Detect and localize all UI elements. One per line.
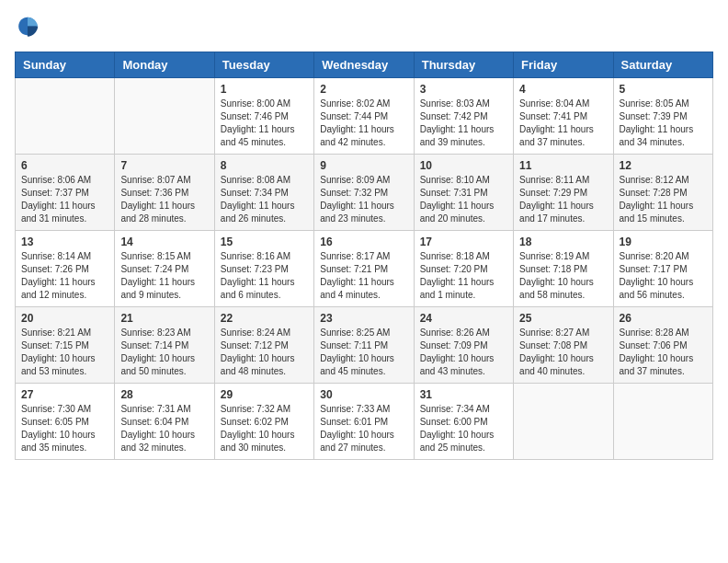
- table-row: 19Sunrise: 8:20 AMSunset: 7:17 PMDayligh…: [613, 231, 712, 307]
- table-row: 6Sunrise: 8:06 AMSunset: 7:37 PMDaylight…: [16, 155, 115, 231]
- calendar-week-row: 6Sunrise: 8:06 AMSunset: 7:37 PMDaylight…: [16, 155, 713, 231]
- day-info: Sunrise: 8:27 AMSunset: 7:08 PMDaylight:…: [519, 327, 607, 378]
- day-number: 3: [420, 83, 507, 96]
- day-info: Sunrise: 8:21 AMSunset: 7:15 PMDaylight:…: [21, 327, 108, 378]
- day-info: Sunrise: 8:09 AMSunset: 7:32 PMDaylight:…: [320, 174, 407, 225]
- table-row: 25Sunrise: 8:27 AMSunset: 7:08 PMDayligh…: [514, 307, 613, 384]
- day-number: 24: [420, 312, 507, 325]
- day-number: 10: [420, 159, 507, 172]
- table-row: 13Sunrise: 8:14 AMSunset: 7:26 PMDayligh…: [16, 231, 115, 307]
- table-row: [16, 78, 115, 155]
- day-number: 1: [221, 83, 308, 96]
- day-info: Sunrise: 8:20 AMSunset: 7:17 PMDaylight:…: [620, 250, 707, 302]
- day-info: Sunrise: 8:05 AMSunset: 7:39 PMDaylight:…: [620, 98, 707, 149]
- day-info: Sunrise: 7:33 AMSunset: 6:01 PMDaylight:…: [320, 403, 407, 454]
- day-number: 30: [320, 388, 407, 401]
- day-info: Sunrise: 8:15 AMSunset: 7:24 PMDaylight:…: [120, 250, 208, 302]
- day-number: 20: [21, 312, 108, 325]
- day-info: Sunrise: 8:25 AMSunset: 7:11 PMDaylight:…: [320, 327, 407, 378]
- day-number: 28: [120, 388, 208, 401]
- table-row: 1Sunrise: 8:00 AMSunset: 7:46 PMDaylight…: [214, 78, 313, 155]
- day-info: Sunrise: 8:14 AMSunset: 7:26 PMDaylight:…: [21, 250, 108, 302]
- day-info: Sunrise: 8:19 AMSunset: 7:18 PMDaylight:…: [519, 250, 607, 302]
- table-row: 27Sunrise: 7:30 AMSunset: 6:05 PMDayligh…: [16, 384, 115, 460]
- day-number: 8: [221, 159, 308, 172]
- day-info: Sunrise: 8:26 AMSunset: 7:09 PMDaylight:…: [420, 327, 507, 378]
- table-row: 5Sunrise: 8:05 AMSunset: 7:39 PMDaylight…: [613, 78, 712, 155]
- table-row: 29Sunrise: 7:32 AMSunset: 6:02 PMDayligh…: [214, 384, 313, 460]
- table-row: 8Sunrise: 8:08 AMSunset: 7:34 PMDaylight…: [214, 155, 313, 231]
- header-friday: Friday: [514, 52, 613, 78]
- day-info: Sunrise: 8:04 AMSunset: 7:41 PMDaylight:…: [519, 98, 607, 149]
- table-row: 23Sunrise: 8:25 AMSunset: 7:11 PMDayligh…: [314, 307, 414, 384]
- weekday-header-row: Sunday Monday Tuesday Wednesday Thursday…: [16, 52, 713, 78]
- day-info: Sunrise: 8:11 AMSunset: 7:29 PMDaylight:…: [519, 174, 607, 225]
- table-row: 14Sunrise: 8:15 AMSunset: 7:24 PMDayligh…: [115, 231, 214, 307]
- day-number: 6: [21, 159, 108, 172]
- table-row: 24Sunrise: 8:26 AMSunset: 7:09 PMDayligh…: [414, 307, 513, 384]
- table-row: 10Sunrise: 8:10 AMSunset: 7:31 PMDayligh…: [414, 155, 513, 231]
- table-row: 7Sunrise: 8:07 AMSunset: 7:36 PMDaylight…: [115, 155, 214, 231]
- day-info: Sunrise: 8:16 AMSunset: 7:23 PMDaylight:…: [221, 250, 308, 302]
- day-number: 27: [21, 388, 108, 401]
- day-number: 16: [320, 236, 407, 248]
- table-row: [514, 384, 613, 460]
- day-info: Sunrise: 8:23 AMSunset: 7:14 PMDaylight:…: [120, 327, 208, 378]
- table-row: 18Sunrise: 8:19 AMSunset: 7:18 PMDayligh…: [514, 231, 613, 307]
- calendar-week-row: 20Sunrise: 8:21 AMSunset: 7:15 PMDayligh…: [16, 307, 713, 384]
- table-row: [115, 78, 214, 155]
- day-info: Sunrise: 8:24 AMSunset: 7:12 PMDaylight:…: [221, 327, 308, 378]
- day-number: 5: [620, 83, 707, 96]
- table-row: 12Sunrise: 8:12 AMSunset: 7:28 PMDayligh…: [613, 155, 712, 231]
- calendar-week-row: 27Sunrise: 7:30 AMSunset: 6:05 PMDayligh…: [16, 384, 713, 460]
- table-row: 28Sunrise: 7:31 AMSunset: 6:04 PMDayligh…: [115, 384, 214, 460]
- day-info: Sunrise: 7:32 AMSunset: 6:02 PMDaylight:…: [221, 403, 308, 454]
- calendar-week-row: 13Sunrise: 8:14 AMSunset: 7:26 PMDayligh…: [16, 231, 713, 307]
- day-info: Sunrise: 7:34 AMSunset: 6:00 PMDaylight:…: [420, 403, 507, 454]
- page-header: [15, 15, 713, 40]
- table-row: 17Sunrise: 8:18 AMSunset: 7:20 PMDayligh…: [414, 231, 513, 307]
- day-number: 31: [420, 388, 507, 401]
- table-row: 16Sunrise: 8:17 AMSunset: 7:21 PMDayligh…: [314, 231, 414, 307]
- header-thursday: Thursday: [414, 52, 513, 78]
- day-number: 4: [519, 83, 607, 96]
- day-number: 18: [519, 236, 607, 248]
- day-info: Sunrise: 8:28 AMSunset: 7:06 PMDaylight:…: [620, 327, 707, 378]
- calendar-table: Sunday Monday Tuesday Wednesday Thursday…: [15, 52, 713, 460]
- day-number: 21: [120, 312, 208, 325]
- day-number: 15: [221, 236, 308, 248]
- table-row: 26Sunrise: 8:28 AMSunset: 7:06 PMDayligh…: [613, 307, 712, 384]
- day-info: Sunrise: 7:31 AMSunset: 6:04 PMDaylight:…: [120, 403, 208, 454]
- table-row: 4Sunrise: 8:04 AMSunset: 7:41 PMDaylight…: [514, 78, 613, 155]
- header-sunday: Sunday: [16, 52, 115, 78]
- table-row: 30Sunrise: 7:33 AMSunset: 6:01 PMDayligh…: [314, 384, 414, 460]
- day-number: 12: [620, 159, 707, 172]
- day-number: 13: [21, 236, 108, 248]
- table-row: 20Sunrise: 8:21 AMSunset: 7:15 PMDayligh…: [16, 307, 115, 384]
- day-info: Sunrise: 8:10 AMSunset: 7:31 PMDaylight:…: [420, 174, 507, 225]
- table-row: 9Sunrise: 8:09 AMSunset: 7:32 PMDaylight…: [314, 155, 414, 231]
- table-row: 22Sunrise: 8:24 AMSunset: 7:12 PMDayligh…: [214, 307, 313, 384]
- day-number: 29: [221, 388, 308, 401]
- day-number: 14: [120, 236, 208, 248]
- day-info: Sunrise: 8:12 AMSunset: 7:28 PMDaylight:…: [620, 174, 707, 225]
- header-wednesday: Wednesday: [314, 52, 414, 78]
- day-info: Sunrise: 8:07 AMSunset: 7:36 PMDaylight:…: [120, 174, 208, 225]
- day-info: Sunrise: 8:03 AMSunset: 7:42 PMDaylight:…: [420, 98, 507, 149]
- day-info: Sunrise: 8:18 AMSunset: 7:20 PMDaylight:…: [420, 250, 507, 302]
- day-number: 7: [120, 159, 208, 172]
- calendar-week-row: 1Sunrise: 8:00 AMSunset: 7:46 PMDaylight…: [16, 78, 713, 155]
- day-number: 22: [221, 312, 308, 325]
- logo-icon: [15, 15, 40, 40]
- day-number: 19: [620, 236, 707, 248]
- day-number: 9: [320, 159, 407, 172]
- table-row: 2Sunrise: 8:02 AMSunset: 7:44 PMDaylight…: [314, 78, 414, 155]
- day-number: 25: [519, 312, 607, 325]
- day-number: 26: [620, 312, 707, 325]
- table-row: 11Sunrise: 8:11 AMSunset: 7:29 PMDayligh…: [514, 155, 613, 231]
- table-row: [613, 384, 712, 460]
- table-row: 31Sunrise: 7:34 AMSunset: 6:00 PMDayligh…: [414, 384, 513, 460]
- table-row: 15Sunrise: 8:16 AMSunset: 7:23 PMDayligh…: [214, 231, 313, 307]
- header-saturday: Saturday: [613, 52, 712, 78]
- table-row: 3Sunrise: 8:03 AMSunset: 7:42 PMDaylight…: [414, 78, 513, 155]
